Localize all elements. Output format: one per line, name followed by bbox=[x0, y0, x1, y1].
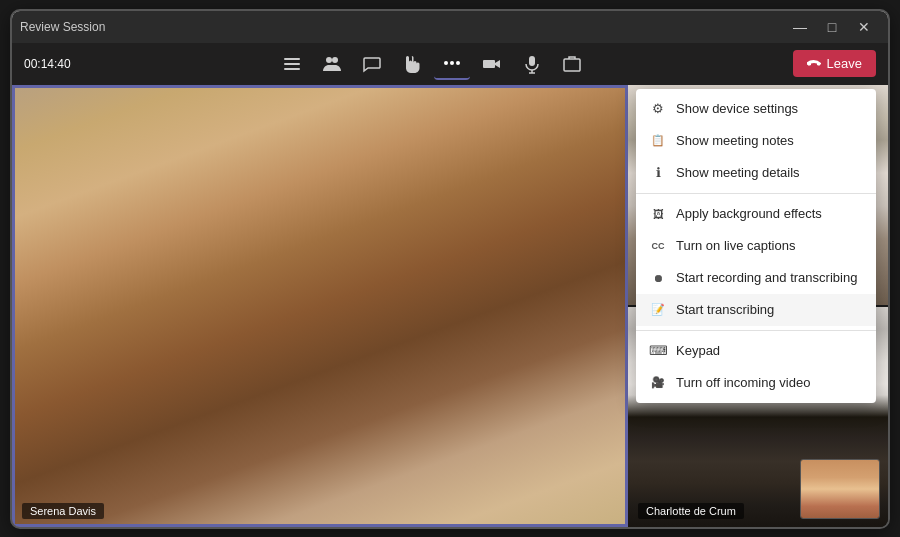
close-button[interactable]: ✕ bbox=[848, 16, 880, 38]
chat-button[interactable] bbox=[354, 48, 390, 80]
show-participants-button[interactable] bbox=[314, 48, 350, 80]
main-video-serena: Serena Davis bbox=[12, 85, 628, 527]
background-icon bbox=[650, 206, 666, 222]
hand-icon bbox=[402, 54, 422, 74]
chat-icon bbox=[362, 54, 382, 74]
minimize-button[interactable]: — bbox=[784, 16, 816, 38]
meeting-area: Serena Davis Aadi Kapoor Charlotte de Cr… bbox=[12, 85, 888, 527]
meeting-notes-label: Show meeting notes bbox=[676, 133, 794, 148]
menu-item-meeting-details[interactable]: Show meeting details bbox=[636, 157, 876, 189]
menu-item-incoming-video[interactable]: Turn off incoming video bbox=[636, 367, 876, 399]
leave-button[interactable]: Leave bbox=[793, 50, 876, 77]
meeting-details-label: Show meeting details bbox=[676, 165, 800, 180]
meeting-toolbar: 00:14:40 bbox=[12, 43, 888, 85]
menu-divider-1 bbox=[636, 193, 876, 194]
show-conversation-button[interactable] bbox=[274, 48, 310, 80]
keypad-label: Keypad bbox=[676, 343, 720, 358]
info-icon bbox=[650, 165, 666, 181]
title-bar: Review Session — □ ✕ bbox=[12, 11, 888, 43]
menu-item-captions[interactable]: Turn on live captions bbox=[636, 230, 876, 262]
transcribe-label: Start transcribing bbox=[676, 302, 774, 317]
svg-point-5 bbox=[444, 61, 448, 65]
window-controls: — □ ✕ bbox=[784, 16, 880, 38]
title-bar-left: Review Session bbox=[20, 20, 105, 34]
svg-rect-2 bbox=[284, 68, 300, 70]
keypad-icon bbox=[650, 343, 666, 359]
mic-icon bbox=[522, 54, 542, 74]
menu-divider-2 bbox=[636, 330, 876, 331]
phone-icon bbox=[807, 57, 821, 71]
video-off-icon bbox=[650, 375, 666, 391]
serena-label: Serena Davis bbox=[22, 503, 104, 519]
notes-icon bbox=[650, 133, 666, 149]
menu-item-record-transcribe[interactable]: Start recording and transcribing bbox=[636, 262, 876, 294]
meeting-timer: 00:14:40 bbox=[24, 57, 71, 71]
video-icon bbox=[482, 54, 502, 74]
leave-label: Leave bbox=[827, 56, 862, 71]
menu-item-meeting-notes[interactable]: Show meeting notes bbox=[636, 125, 876, 157]
self-view-feed bbox=[801, 460, 879, 518]
serena-video-feed bbox=[12, 85, 628, 527]
people-icon bbox=[322, 54, 342, 74]
maximize-button[interactable]: □ bbox=[816, 16, 848, 38]
background-label: Apply background effects bbox=[676, 206, 822, 221]
more-icon bbox=[442, 53, 462, 73]
mic-button[interactable] bbox=[514, 48, 550, 80]
svg-rect-11 bbox=[564, 59, 580, 71]
svg-point-7 bbox=[456, 61, 460, 65]
incoming-video-label: Turn off incoming video bbox=[676, 375, 810, 390]
more-actions-dropdown: Show device settings Show meeting notes … bbox=[636, 89, 876, 403]
record-icon bbox=[650, 270, 666, 286]
captions-label: Turn on live captions bbox=[676, 238, 795, 253]
video-button[interactable] bbox=[474, 48, 510, 80]
svg-rect-1 bbox=[284, 63, 300, 65]
record-transcribe-label: Start recording and transcribing bbox=[676, 270, 857, 285]
svg-rect-8 bbox=[529, 56, 535, 66]
svg-point-6 bbox=[450, 61, 454, 65]
toolbar-controls bbox=[274, 48, 590, 80]
svg-point-3 bbox=[326, 57, 332, 63]
captions-icon bbox=[650, 238, 666, 254]
self-view-thumbnail bbox=[800, 459, 880, 519]
menu-item-keypad[interactable]: Keypad bbox=[636, 335, 876, 367]
menu-item-device-settings[interactable]: Show device settings bbox=[636, 93, 876, 125]
transcribe-icon bbox=[650, 302, 666, 318]
gear-icon bbox=[650, 101, 666, 117]
device-settings-label: Show device settings bbox=[676, 101, 798, 116]
menu-item-transcribe[interactable]: Start transcribing bbox=[636, 294, 876, 326]
app-window: Review Session — □ ✕ 00:14:40 bbox=[10, 9, 890, 529]
raise-hand-button[interactable] bbox=[394, 48, 430, 80]
window-title: Review Session bbox=[20, 20, 105, 34]
charlotte-label: Charlotte de Crum bbox=[638, 503, 744, 519]
svg-rect-0 bbox=[284, 58, 300, 60]
share-icon bbox=[562, 54, 582, 74]
list-icon bbox=[282, 54, 302, 74]
share-button[interactable] bbox=[554, 48, 590, 80]
more-actions-button[interactable] bbox=[434, 48, 470, 80]
svg-point-4 bbox=[332, 57, 338, 63]
menu-item-background[interactable]: Apply background effects bbox=[636, 198, 876, 230]
